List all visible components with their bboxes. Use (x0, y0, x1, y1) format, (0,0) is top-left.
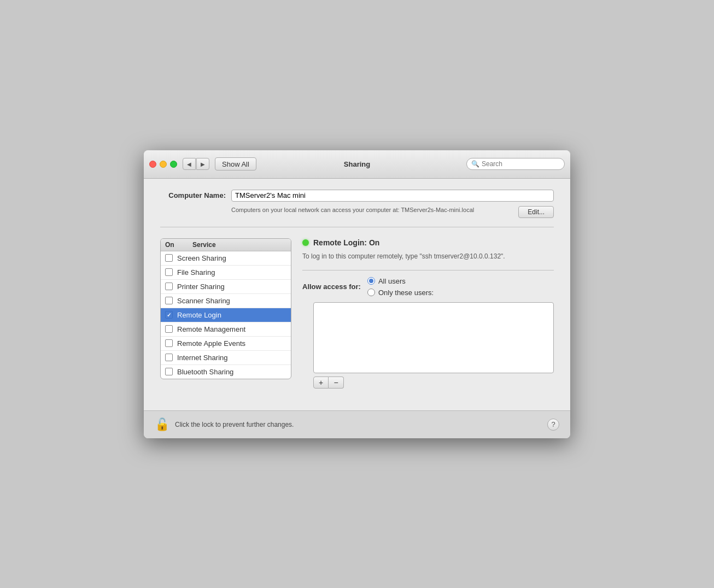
file-sharing-label: File Sharing (177, 268, 215, 277)
remote-management-checkbox[interactable] (165, 325, 173, 333)
edit-button[interactable]: Edit... (518, 206, 554, 218)
computer-name-section: Computer Name: Computers on your local n… (160, 190, 554, 227)
content-area: Computer Name: Computers on your local n… (144, 179, 570, 399)
screen-sharing-checkbox[interactable] (165, 254, 173, 262)
status-dot (302, 239, 309, 246)
col-service-header: Service (192, 241, 286, 249)
nav-buttons: ◀ ▶ (183, 158, 209, 170)
service-item-remote-login[interactable]: Remote Login (161, 308, 291, 322)
status-row: Remote Login: On (302, 238, 554, 247)
minimize-button[interactable] (160, 161, 167, 168)
main-area: On Service Screen Sharing File Sharing P… (160, 238, 554, 389)
search-icon: 🔍 (471, 160, 479, 168)
scanner-sharing-checkbox[interactable] (165, 297, 173, 304)
all-users-radio[interactable] (367, 277, 375, 285)
printer-sharing-label: Printer Sharing (177, 283, 225, 291)
right-panel: Remote Login: On To log in to this compu… (302, 238, 554, 389)
all-users-label: All users (378, 277, 406, 285)
forward-button[interactable]: ▶ (196, 158, 209, 170)
bluetooth-sharing-checkbox[interactable] (165, 368, 173, 375)
service-item-scanner-sharing[interactable]: Scanner Sharing (161, 294, 291, 308)
remove-user-button[interactable]: − (329, 377, 344, 389)
help-button[interactable]: ? (547, 419, 559, 431)
service-item-printer-sharing[interactable]: Printer Sharing (161, 280, 291, 294)
printer-sharing-checkbox[interactable] (165, 283, 173, 290)
remote-apple-events-label: Remote Apple Events (177, 339, 245, 348)
service-item-remote-apple-events[interactable]: Remote Apple Events (161, 337, 291, 351)
computer-name-label: Computer Name: (160, 191, 226, 199)
access-row: Allow access for: All users Only these u… (302, 277, 554, 297)
back-button[interactable]: ◀ (183, 158, 196, 170)
file-sharing-checkbox[interactable] (165, 268, 173, 276)
divider (302, 270, 554, 271)
only-these-radio[interactable] (367, 289, 375, 296)
users-list[interactable] (313, 302, 554, 373)
service-item-file-sharing[interactable]: File Sharing (161, 266, 291, 280)
service-item-bluetooth-sharing[interactable]: Bluetooth Sharing (161, 365, 291, 379)
remote-apple-events-checkbox[interactable] (165, 339, 173, 347)
remote-login-label: Remote Login (177, 311, 221, 319)
all-users-option[interactable]: All users (367, 277, 434, 285)
service-item-remote-management[interactable]: Remote Management (161, 322, 291, 337)
computer-name-hint-row: Computers on your local network can acce… (160, 206, 554, 218)
window-title: Sharing (344, 160, 370, 168)
bluetooth-sharing-label: Bluetooth Sharing (177, 368, 233, 376)
titlebar: ◀ ▶ Show All Sharing 🔍 (144, 150, 570, 179)
internet-sharing-label: Internet Sharing (177, 354, 228, 362)
traffic-lights (149, 161, 177, 168)
service-item-internet-sharing[interactable]: Internet Sharing (161, 351, 291, 365)
scanner-sharing-label: Scanner Sharing (177, 297, 230, 305)
lock-text: Click the lock to prevent further change… (175, 421, 542, 428)
close-button[interactable] (149, 161, 156, 168)
status-title: Remote Login: On (313, 238, 379, 247)
screen-sharing-label: Screen Sharing (177, 254, 226, 262)
computer-name-row: Computer Name: (160, 190, 554, 202)
add-remove-bar: + − (313, 377, 554, 389)
add-user-button[interactable]: + (313, 377, 329, 389)
only-these-label: Only these users: (378, 289, 434, 297)
radio-group: All users Only these users: (367, 277, 434, 297)
sharing-window: ◀ ▶ Show All Sharing 🔍 Computer Name: Co… (144, 150, 570, 438)
internet-sharing-checkbox[interactable] (165, 354, 173, 361)
computer-name-input[interactable] (231, 190, 554, 202)
show-all-button[interactable]: Show All (215, 157, 256, 170)
bottom-bar: 🔓 Click the lock to prevent further chan… (144, 410, 570, 438)
remote-management-label: Remote Management (177, 325, 245, 333)
lock-icon[interactable]: 🔓 (155, 418, 169, 432)
service-list-header: On Service (161, 239, 291, 251)
service-item-screen-sharing[interactable]: Screen Sharing (161, 251, 291, 266)
search-box: 🔍 (466, 158, 565, 170)
computer-name-hint: Computers on your local network can acce… (231, 206, 513, 214)
only-these-option[interactable]: Only these users: (367, 289, 434, 297)
service-list: On Service Screen Sharing File Sharing P… (160, 238, 291, 379)
maximize-button[interactable] (170, 161, 177, 168)
search-input[interactable] (482, 160, 560, 168)
remote-login-checkbox[interactable] (165, 311, 173, 319)
service-list-container: On Service Screen Sharing File Sharing P… (160, 238, 291, 389)
col-on-header: On (165, 241, 192, 249)
status-desc: To log in to this computer remotely, typ… (302, 251, 554, 261)
access-label: Allow access for: (302, 283, 361, 291)
